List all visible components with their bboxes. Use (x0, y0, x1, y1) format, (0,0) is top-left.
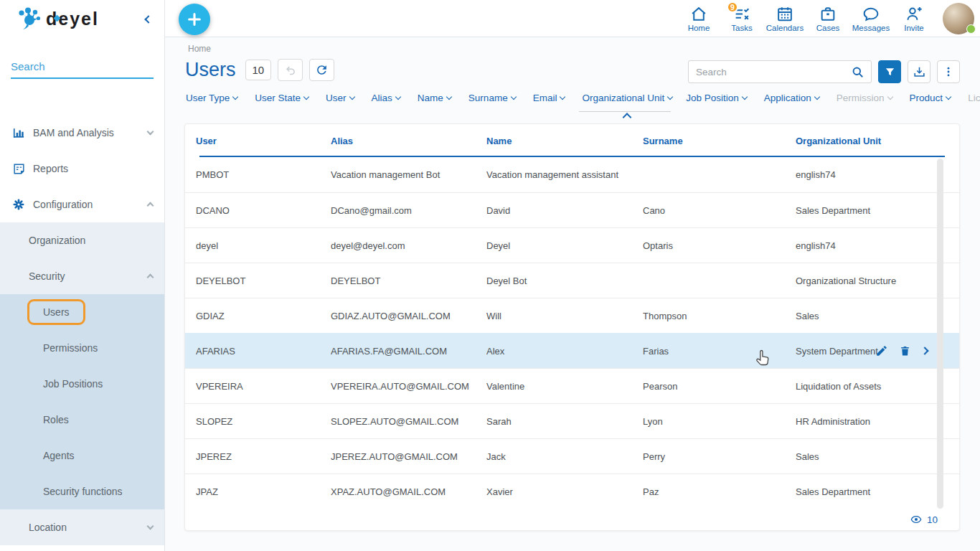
filter-chip[interactable]: Organizational Unit (582, 93, 672, 103)
cell-surname: Pearson (643, 381, 796, 392)
filter-chip[interactable]: User (326, 93, 358, 103)
table-row[interactable]: SLOPEZ SLOPEZ.AUTO@GMAIL.COM Sarah Lyon … (185, 403, 959, 438)
sidebar-item-job-positions[interactable]: Job Positions (0, 366, 164, 402)
visible-records-count: 10 (927, 514, 938, 525)
column-header-user[interactable]: User (196, 136, 331, 146)
filter-chip[interactable]: Permission (837, 93, 896, 103)
sidebar-item-label: Agents (43, 450, 75, 461)
nav-tasks[interactable]: 9 Tasks (720, 4, 763, 32)
sidebar-item-security[interactable]: Security (0, 258, 164, 294)
search-icon (851, 65, 864, 79)
nav-calendars[interactable]: Calendars (763, 4, 806, 32)
breadcrumb[interactable]: Home (188, 44, 211, 54)
filter-chip[interactable]: Surname (468, 93, 519, 103)
chevron-left-icon (144, 15, 152, 23)
chevron-down-icon (395, 94, 401, 100)
more-options-button[interactable] (937, 60, 960, 83)
edit-button[interactable] (875, 344, 888, 357)
download-button[interactable] (908, 60, 930, 83)
filter-chip-label: User State (255, 93, 301, 103)
cell-user: JPEREZ (196, 451, 331, 462)
visible-records: 10 (910, 514, 938, 525)
users-table-card: User Alias Name Surname Organizational U… (184, 123, 960, 531)
filter-chip[interactable]: Job Position (686, 93, 750, 103)
sidebar-item-configuration[interactable]: Configuration (0, 187, 164, 222)
chevron-down-icon (147, 128, 154, 136)
filter-chip-label: Job Position (686, 93, 739, 103)
row-actions (875, 334, 928, 368)
chevron-down-icon (742, 94, 748, 100)
selected-item-ring: Users (27, 299, 85, 325)
user-avatar[interactable] (943, 3, 974, 34)
table-row[interactable]: PMBOT Vacation management Bot Vacation m… (185, 157, 959, 192)
cell-alias: Vacation management Bot (331, 169, 486, 180)
column-header-name[interactable]: Name (486, 136, 643, 146)
search-submit-button[interactable] (844, 61, 871, 83)
refresh-button[interactable] (309, 59, 334, 81)
collapse-filter-caret[interactable] (623, 113, 632, 122)
delete-button[interactable] (899, 344, 911, 357)
column-header-surname[interactable]: Surname (643, 136, 796, 146)
column-header-org-unit[interactable]: Organizational Unit (796, 136, 959, 146)
cell-org-unit: Sales Department (796, 486, 959, 497)
sidebar-item-organization[interactable]: Organization (0, 222, 164, 258)
filter-button[interactable] (878, 60, 901, 83)
table-row[interactable]: DCANO DCano@gmail.com David Cano Sales D… (185, 192, 959, 227)
filter-chip[interactable]: User State (255, 93, 312, 103)
filter-chip[interactable]: Alias (372, 93, 404, 103)
sidebar-collapse-button[interactable] (143, 9, 154, 28)
table-row[interactable]: JPEREZ JPEREZ.AUTO@GMAIL.COM Jack Perry … (185, 438, 959, 474)
cell-name: Valentine (486, 381, 643, 392)
table-row[interactable]: AFARIAS AFARIAS.FA@GMAIL.COM Alex Farias… (185, 333, 959, 368)
sidebar-item-security-functions[interactable]: Security functions (0, 474, 164, 509)
filter-chip-label: Permission (837, 93, 885, 103)
filter-chip[interactable]: Product (910, 93, 955, 103)
filter-chip[interactable]: Name (418, 93, 455, 103)
sidebar-item-bam-and-analysis[interactable]: BAM and Analysis (0, 115, 164, 151)
sidebar-item-agents[interactable]: Agents (0, 438, 164, 474)
cell-surname: Paz (643, 486, 796, 497)
filter-chip[interactable]: User Type (186, 93, 241, 103)
cell-name: Deyel Bot (486, 276, 643, 286)
nav-home[interactable]: Home (677, 4, 720, 32)
cell-org-unit: HR Administration (796, 416, 959, 427)
table-row[interactable]: GDIAZ GDIAZ.AUTO@GMAIL.COM Will Thompson… (185, 298, 959, 333)
cell-org-unit: Sales Department (796, 205, 959, 216)
table-row[interactable]: VPEREIRA VPEREIRA.AUTO@GMAIL.COM Valenti… (185, 368, 959, 403)
filter-chip[interactable]: Licence Type (968, 93, 980, 103)
cell-org-unit: Sales (796, 451, 959, 462)
table-row[interactable]: JPAZ XPAZ.AUTO@GMAIL.COM Xavier Paz Sale… (185, 474, 959, 509)
filter-chip-label: Licence Type (968, 93, 980, 103)
nav-invite[interactable]: Invite (892, 4, 936, 32)
table-search-input[interactable] (689, 67, 844, 77)
cell-org-unit: Liquidation of Assets (796, 381, 959, 392)
table-scrollbar-thumb[interactable] (937, 159, 943, 509)
record-count-badge: 10 (245, 60, 272, 80)
trash-icon (899, 344, 911, 357)
sidebar-item-permissions[interactable]: Permissions (0, 330, 164, 366)
column-header-alias[interactable]: Alias (331, 136, 486, 146)
nav-messages[interactable]: Messages (849, 4, 892, 32)
nav-cases[interactable]: Cases (806, 4, 849, 32)
filter-chip[interactable]: Application (764, 93, 823, 103)
filter-chip[interactable]: Email (533, 93, 569, 103)
chevron-down-icon (303, 94, 309, 100)
cell-user: DEYELBOT (196, 276, 331, 286)
cell-alias: XPAZ.AUTO@GMAIL.COM (331, 486, 486, 497)
open-row-chevron-right-icon[interactable] (920, 347, 928, 354)
sidebar-item-roles[interactable]: Roles (0, 402, 164, 438)
logo: deyel (17, 7, 103, 30)
create-new-button[interactable] (179, 4, 210, 35)
cell-name: Deyel (486, 240, 643, 251)
sidebar-item-location[interactable]: Location (0, 509, 164, 545)
table-row[interactable]: DEYELBOT DEYELBOT Deyel Bot Organization… (185, 263, 959, 298)
undo-button[interactable] (278, 59, 303, 81)
sidebar-item-users[interactable]: Users (0, 294, 164, 330)
sidebar-item-reports[interactable]: Reports (0, 151, 164, 187)
sidebar-search-input[interactable] (11, 60, 154, 72)
sidebar-search (11, 59, 154, 79)
sidebar-item-label: Security (29, 270, 65, 282)
table-row[interactable]: deyel deyel@deyel.com Deyel Optaris engl… (185, 227, 959, 263)
cell-user: PMBOT (196, 169, 331, 180)
cell-org-unit: english74 (796, 169, 959, 180)
